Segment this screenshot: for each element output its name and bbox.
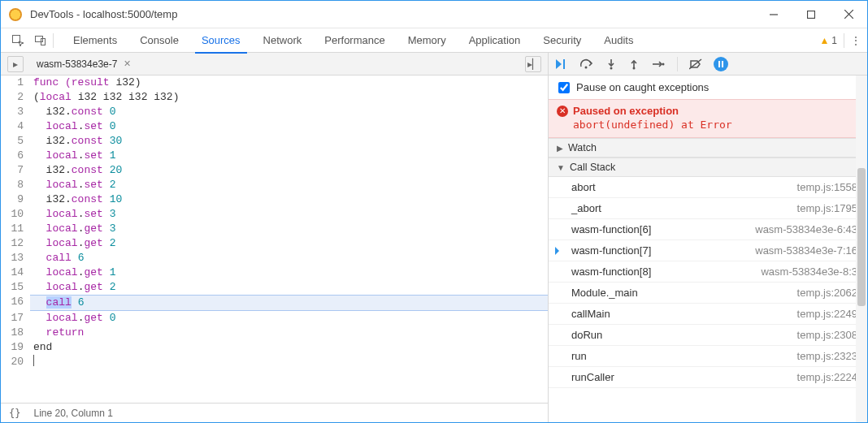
warnings-indicator[interactable]: ▲ 1 <box>819 35 837 46</box>
code-line[interactable]: 4 local.set 0 <box>1 119 548 134</box>
select-element-icon[interactable] <box>7 30 28 51</box>
code-content <box>30 355 548 369</box>
separator <box>844 33 844 48</box>
close-tab-icon[interactable]: ✕ <box>124 58 131 69</box>
stack-frame[interactable]: doRuntemp.js:2308 <box>549 325 867 346</box>
maximize-button[interactable] <box>792 1 830 28</box>
stack-frame[interactable]: wasm-function[8]wasm-53834e3e-8:3 <box>549 261 867 283</box>
step-out-button[interactable] <box>628 58 640 70</box>
code-content: local.get 2 <box>30 280 548 295</box>
code-line[interactable]: 11 local.get 3 <box>1 222 548 236</box>
stack-frame-name: runCaller <box>571 371 614 383</box>
svg-rect-1 <box>808 11 815 18</box>
exception-title: Paused on exception <box>573 105 857 117</box>
editor-pane: 1func (result i32)2(local i32 i32 i32 i3… <box>1 76 549 422</box>
pretty-print-icon[interactable]: {} <box>9 408 20 419</box>
panel-tab-memory[interactable]: Memory <box>397 28 458 53</box>
panel-tab-audits[interactable]: Audits <box>592 28 644 53</box>
step-over-button[interactable] <box>579 58 594 70</box>
pause-exceptions-button[interactable] <box>714 57 728 71</box>
stack-frame[interactable]: aborttemp.js:1558 <box>549 177 867 198</box>
main-split: 1func (result i32)2(local i32 i32 i32 i3… <box>1 76 867 422</box>
navigator-forward-icon[interactable]: ▸▏ <box>525 56 541 72</box>
code-content: local.set 0 <box>30 119 548 134</box>
deactivate-breakpoints-button[interactable] <box>689 58 702 70</box>
stack-frame-location: temp.js:2323 <box>797 350 857 362</box>
code-line[interactable]: 14 local.get 1 <box>1 265 548 280</box>
code-line[interactable]: 18 return <box>1 326 548 340</box>
code-line[interactable]: 13 call 6 <box>1 251 548 265</box>
stack-frame[interactable]: wasm-function[7]wasm-53834e3e-7:16 <box>549 240 867 261</box>
stack-frame[interactable]: runtemp.js:2323 <box>549 346 867 367</box>
resume-button[interactable] <box>555 58 568 70</box>
stack-frame-location: wasm-53834e3e-6:43 <box>755 223 857 235</box>
file-tab[interactable]: wasm-53834e3e-7 ✕ <box>28 53 139 76</box>
scrollbar[interactable] <box>856 76 867 422</box>
code-line[interactable]: 8 local.set 2 <box>1 178 548 192</box>
watch-label: Watch <box>568 142 597 153</box>
code-line[interactable]: 17 local.get 0 <box>1 311 548 326</box>
scrollbar-thumb[interactable] <box>857 168 866 306</box>
pause-on-caught-row[interactable]: Pause on caught exceptions <box>549 76 867 99</box>
stack-frame[interactable]: callMaintemp.js:2249 <box>549 304 867 325</box>
code-line[interactable]: 20 <box>1 355 548 369</box>
code-line[interactable]: 1func (result i32) <box>1 76 548 90</box>
stack-frame-name: doRun <box>571 329 602 341</box>
svg-point-12 <box>633 67 636 69</box>
line-number: 3 <box>1 105 30 119</box>
minimize-button[interactable] <box>755 1 792 28</box>
line-number: 16 <box>1 295 30 311</box>
code-content: local.set 2 <box>30 178 548 192</box>
panel-tab-performance[interactable]: Performance <box>313 28 396 53</box>
device-mode-icon[interactable] <box>30 30 51 51</box>
panel-tab-elements[interactable]: Elements <box>62 28 128 53</box>
code-line[interactable]: 6 local.set 1 <box>1 149 548 163</box>
titlebar: DevTools - localhost:5000/temp <box>1 1 867 28</box>
pause-on-caught-checkbox[interactable] <box>558 82 570 93</box>
stack-frame-name: wasm-function[6] <box>571 223 651 235</box>
panel-tab-network[interactable]: Network <box>252 28 314 53</box>
svg-rect-16 <box>718 61 720 67</box>
watch-section-header[interactable]: ▶ Watch <box>549 138 867 158</box>
code-line[interactable]: 3 i32.const 0 <box>1 105 548 119</box>
stack-frame[interactable]: Module._maintemp.js:2062 <box>549 283 867 304</box>
stack-frame[interactable]: wasm-function[6]wasm-53834e3e-6:43 <box>549 219 867 240</box>
code-line[interactable]: 5 i32.const 30 <box>1 134 548 149</box>
panel-tab-application[interactable]: Application <box>458 28 532 53</box>
code-line[interactable]: 12 local.get 2 <box>1 236 548 251</box>
more-options-icon[interactable]: ⋮ <box>851 35 861 46</box>
step-into-button[interactable] <box>605 58 617 70</box>
panel-tab-security[interactable]: Security <box>532 28 592 53</box>
chevron-right-icon: ▶ <box>557 144 563 153</box>
code-line[interactable]: 7 i32.const 20 <box>1 163 548 178</box>
code-line[interactable]: 16 call 6 <box>1 295 548 311</box>
stack-frame-location: wasm-53834e3e-7:16 <box>755 244 857 257</box>
code-editor[interactable]: 1func (result i32)2(local i32 i32 i32 i3… <box>1 76 548 403</box>
devtools-icon <box>9 8 22 21</box>
callstack-section-header[interactable]: ▼ Call Stack <box>549 158 867 177</box>
stack-frame-name: _abort <box>571 202 601 214</box>
stack-frame[interactable]: _aborttemp.js:1795 <box>549 198 867 219</box>
step-button[interactable] <box>651 58 666 70</box>
stack-frame-location: temp.js:2308 <box>797 329 857 341</box>
line-number: 4 <box>1 119 30 134</box>
code-line[interactable]: 19end <box>1 340 548 355</box>
code-line[interactable]: 15 local.get 2 <box>1 280 548 295</box>
show-navigator-icon[interactable]: ▸ <box>7 56 24 72</box>
stack-frame-location: temp.js:2224 <box>797 371 857 383</box>
code-content: return <box>30 326 548 340</box>
stack-frame-location: temp.js:1558 <box>797 181 857 193</box>
close-button[interactable] <box>830 1 867 28</box>
panel-tab-sources[interactable]: Sources <box>190 28 252 53</box>
warning-count: 1 <box>831 35 837 46</box>
code-line[interactable]: 9 i32.const 10 <box>1 192 548 207</box>
line-number: 1 <box>1 76 30 90</box>
stack-frame-name: run <box>571 350 587 362</box>
line-number: 9 <box>1 192 30 207</box>
stack-frame[interactable]: runCallertemp.js:2224 <box>549 367 867 388</box>
code-line[interactable]: 2(local i32 i32 i32 i32) <box>1 90 548 105</box>
panel-tab-console[interactable]: Console <box>128 28 190 53</box>
code-line[interactable]: 10 local.set 3 <box>1 207 548 222</box>
debugger-pane: Pause on caught exceptions ✕ Paused on e… <box>549 76 867 422</box>
line-number: 14 <box>1 265 30 280</box>
